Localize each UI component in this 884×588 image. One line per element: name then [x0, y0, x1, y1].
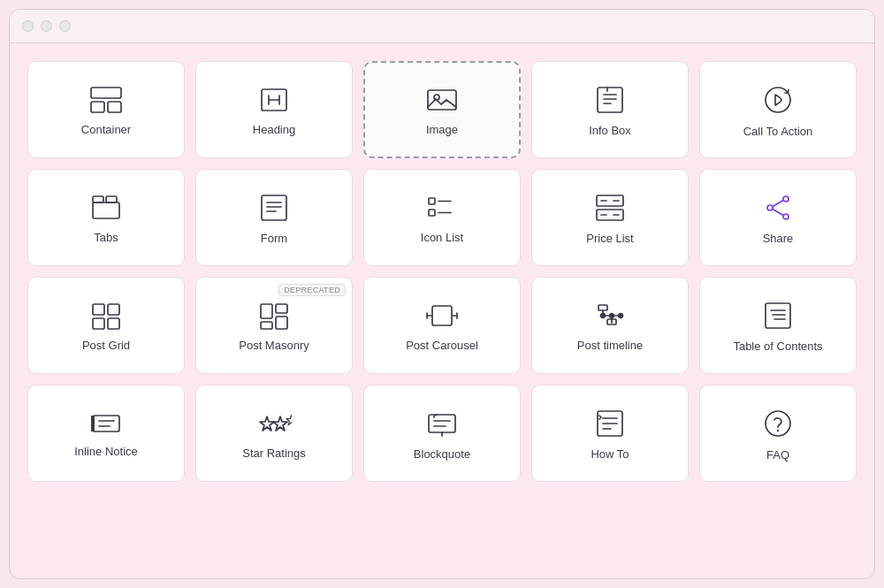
svg-rect-38: [108, 304, 119, 315]
svg-line-35: [773, 200, 783, 206]
heading-label: Heading: [253, 123, 295, 138]
svg-rect-41: [261, 304, 272, 318]
post-timeline-label: Post timeline: [577, 339, 643, 354]
svg-rect-15: [93, 196, 103, 202]
svg-rect-43: [261, 322, 272, 329]
card-share[interactable]: Share: [699, 169, 857, 266]
share-icon: [763, 193, 793, 223]
card-form[interactable]: Form: [195, 169, 353, 266]
table-of-contents-icon: [763, 301, 793, 331]
container-label: Container: [81, 123, 131, 138]
svg-rect-18: [262, 195, 286, 220]
post-carousel-label: Post Carousel: [406, 339, 478, 354]
svg-rect-0: [91, 88, 121, 98]
image-label: Image: [426, 123, 458, 138]
info-box-icon: [595, 85, 625, 115]
blockquote-icon: [426, 409, 458, 439]
card-heading[interactable]: Heading: [195, 61, 353, 158]
svg-rect-37: [93, 304, 104, 315]
call-to-action-label: Call To Action: [743, 125, 813, 140]
deprecated-badge: DEPRECATED: [278, 284, 346, 296]
price-list-icon: [594, 193, 626, 223]
svg-rect-2: [108, 102, 121, 112]
svg-point-33: [767, 205, 773, 210]
card-call-to-action[interactable]: Call To Action: [699, 61, 857, 158]
titlebar: [10, 10, 874, 43]
svg-marker-68: [286, 415, 292, 424]
info-box-label: Info Box: [589, 124, 631, 139]
faq-icon: [762, 408, 794, 439]
card-star-ratings[interactable]: Star Ratings: [195, 385, 353, 482]
svg-point-53: [619, 313, 623, 317]
svg-rect-7: [428, 90, 456, 110]
main-window: Container Heading: [9, 9, 875, 579]
svg-rect-17: [93, 202, 119, 218]
share-label: Share: [763, 232, 794, 247]
svg-rect-62: [93, 416, 119, 431]
svg-rect-24: [429, 210, 435, 216]
form-icon: [259, 193, 289, 223]
faq-label: FAQ: [766, 448, 789, 463]
card-blockquote[interactable]: Blockquote: [363, 385, 521, 482]
card-post-grid[interactable]: Post Grid: [27, 277, 185, 374]
tabs-icon: [90, 194, 122, 222]
block-grid: Container Heading: [27, 61, 857, 482]
table-of-contents-label: Table of Contents: [733, 340, 822, 355]
svg-rect-22: [429, 198, 435, 204]
svg-point-77: [777, 429, 779, 431]
card-image[interactable]: Image: [363, 61, 521, 158]
post-masonry-label: Post Masonry: [239, 339, 309, 354]
card-post-masonry[interactable]: DEPRECATED Post Masonry: [195, 277, 353, 374]
svg-rect-16: [106, 196, 117, 202]
post-masonry-icon: [258, 302, 290, 330]
inline-notice-label: Inline Notice: [74, 445, 138, 460]
card-how-to[interactable]: How To: [531, 385, 689, 482]
card-faq[interactable]: FAQ: [699, 385, 857, 482]
svg-rect-9: [598, 88, 622, 112]
svg-rect-39: [93, 318, 104, 329]
svg-point-32: [783, 196, 789, 202]
card-post-carousel[interactable]: Post Carousel: [363, 277, 521, 374]
price-list-label: Price List: [586, 232, 633, 247]
icon-list-icon: [426, 194, 458, 222]
card-icon-list[interactable]: Icon List: [363, 169, 521, 266]
icon-list-label: Icon List: [421, 231, 463, 246]
svg-marker-66: [260, 416, 274, 431]
how-to-label: How To: [591, 447, 629, 462]
svg-line-36: [773, 209, 783, 215]
image-icon: [425, 86, 459, 114]
minimize-button[interactable]: [41, 20, 52, 32]
svg-rect-42: [276, 304, 287, 313]
svg-rect-56: [598, 305, 607, 310]
how-to-icon: [595, 409, 625, 439]
svg-point-34: [783, 214, 789, 219]
form-label: Form: [261, 232, 287, 247]
card-container[interactable]: Container: [27, 61, 185, 158]
star-ratings-label: Star Ratings: [242, 447, 306, 462]
card-table-of-contents[interactable]: Table of Contents: [699, 277, 857, 374]
maximize-button[interactable]: [59, 20, 71, 32]
svg-rect-1: [91, 102, 104, 112]
card-post-timeline[interactable]: Post timeline: [531, 277, 689, 374]
svg-rect-44: [276, 317, 287, 329]
card-tabs[interactable]: Tabs: [27, 169, 185, 266]
heading-icon: [258, 86, 290, 114]
traffic-lights: [22, 20, 71, 32]
tabs-label: Tabs: [94, 231, 118, 246]
post-carousel-icon: [424, 302, 460, 330]
svg-marker-67: [273, 416, 287, 431]
svg-rect-58: [766, 303, 790, 328]
inline-notice-icon: [90, 411, 122, 436]
card-info-box[interactable]: Info Box: [531, 61, 689, 158]
svg-point-76: [766, 411, 790, 436]
svg-point-14: [766, 88, 790, 112]
post-timeline-icon: [594, 302, 626, 330]
close-button[interactable]: [22, 20, 34, 32]
card-inline-notice[interactable]: Inline Notice: [27, 385, 185, 482]
post-grid-label: Post Grid: [82, 339, 130, 354]
container-icon: [89, 86, 123, 114]
star-ratings-icon: [256, 409, 292, 438]
call-to-action-icon: [762, 84, 794, 116]
content-area: Container Heading: [10, 43, 874, 578]
card-price-list[interactable]: Price List: [531, 169, 689, 266]
